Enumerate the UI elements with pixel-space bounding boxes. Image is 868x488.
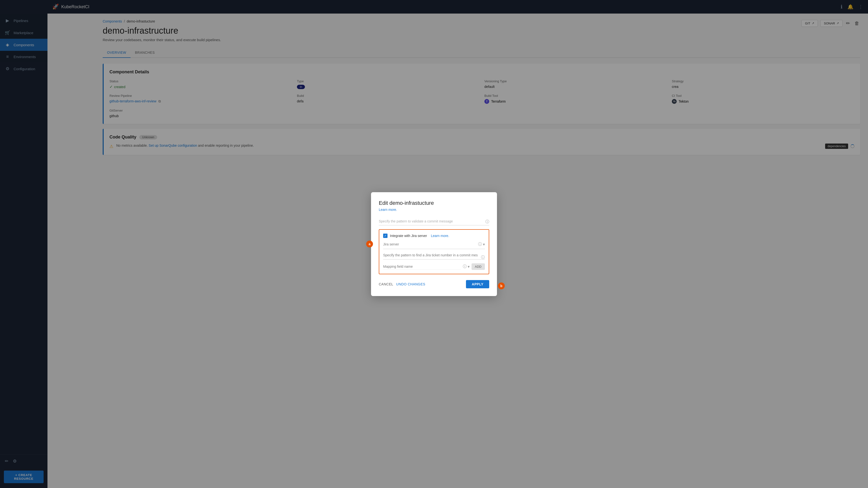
jira-checkbox-label: Integrate with Jira server [390, 234, 427, 238]
annotation-a: a [366, 240, 373, 248]
jira-server-dropdown-icon[interactable]: ▾ [483, 242, 485, 247]
checkmark-icon: ✓ [384, 234, 387, 237]
jira-ticket-info-icon[interactable]: ⓘ [481, 255, 485, 260]
jira-server-input[interactable] [383, 242, 478, 246]
mapping-dropdown-icon[interactable]: ▾ [468, 264, 470, 269]
jira-server-row: ⓘ ▾ [383, 242, 485, 249]
modal-footer: CANCEL UNDO CHANGES APPLY [379, 280, 489, 288]
mapping-field-input[interactable] [383, 264, 461, 270]
jira-section: ✓ Integrate with Jira server Learn more.… [379, 229, 489, 274]
cancel-button[interactable]: CANCEL [379, 282, 393, 286]
mapping-info-icon[interactable]: ⓘ [463, 264, 467, 269]
jira-learn-more-link[interactable]: Learn more. [431, 234, 449, 238]
edit-modal: Edit demo-infrastucture Learn more. ⓘ ✓ … [371, 192, 497, 296]
commit-pattern-field: ⓘ [379, 217, 489, 225]
modal-title: Edit demo-infrastucture [379, 200, 489, 206]
annotation-b: b [498, 283, 505, 289]
apply-button[interactable]: APPLY [466, 280, 489, 288]
jira-ticket-field: ⓘ [383, 253, 485, 259]
modal-overlay[interactable]: a Edit demo-infrastucture Learn more. ⓘ … [0, 0, 868, 488]
mapping-icons: ⓘ ▾ [463, 264, 470, 269]
jira-checkbox[interactable]: ✓ [383, 234, 388, 238]
commit-pattern-input[interactable] [379, 217, 489, 225]
jira-checkbox-row: ✓ Integrate with Jira server Learn more. [383, 234, 485, 238]
mapping-row: ⓘ ▾ ADD [383, 263, 485, 270]
modal-learn-more-link[interactable]: Learn more. [379, 208, 489, 212]
jira-server-icons: ⓘ ▾ [478, 242, 485, 247]
add-mapping-button[interactable]: ADD [471, 263, 485, 270]
jira-server-info-icon[interactable]: ⓘ [478, 242, 482, 247]
commit-pattern-info-icon[interactable]: ⓘ [485, 219, 489, 224]
jira-ticket-input[interactable] [383, 253, 485, 257]
undo-changes-button[interactable]: UNDO CHANGES [396, 282, 425, 286]
